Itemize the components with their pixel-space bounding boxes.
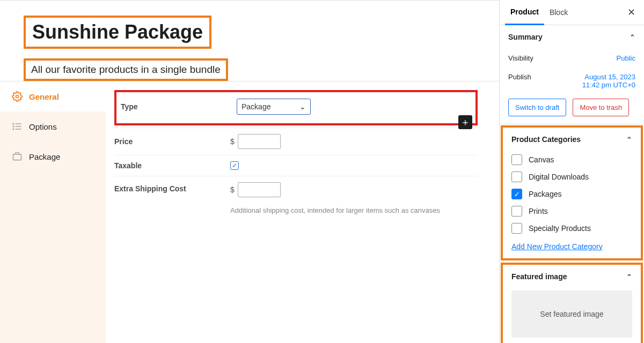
featured-panel-header[interactable]: Featured image ⌃ xyxy=(503,265,641,288)
switch-to-draft-button[interactable]: Switch to draft xyxy=(508,99,566,116)
nav-label: Package xyxy=(29,152,60,161)
type-selected-value: Package xyxy=(241,102,270,111)
taxable-label: Taxable xyxy=(114,161,230,170)
taxable-checkbox[interactable]: ✓ xyxy=(230,161,239,170)
product-subtitle[interactable]: All our favorite products in a single bu… xyxy=(31,64,221,76)
shipping-currency: $ xyxy=(230,185,235,194)
chevron-up-icon: ⌃ xyxy=(630,33,635,41)
chevron-up-icon: ⌃ xyxy=(626,136,632,144)
settings-sidebar: Product Block ✕ Summary ⌃ Visibility Pub… xyxy=(499,0,644,343)
tab-product[interactable]: Product xyxy=(505,0,544,25)
summary-panel: Summary ⌃ Visibility Public Publish Augu… xyxy=(500,25,644,124)
svg-point-5 xyxy=(13,126,14,127)
product-title-highlight: Sunshine Package xyxy=(24,16,211,49)
categories-highlight: Product Categories ⌃ Canvas Digital Down… xyxy=(501,125,643,260)
tab-block[interactable]: Block xyxy=(544,1,573,24)
summary-panel-header[interactable]: Summary ⌃ xyxy=(500,25,644,49)
category-label: Canvas xyxy=(529,155,554,164)
price-label: Price xyxy=(114,137,230,146)
category-label: Digital Downloads xyxy=(529,173,589,181)
visibility-value[interactable]: Public xyxy=(617,54,635,62)
visibility-label: Visibility xyxy=(508,54,533,62)
svg-point-6 xyxy=(13,129,14,130)
package-icon xyxy=(12,151,23,162)
svg-rect-7 xyxy=(13,154,21,160)
category-label: Prints xyxy=(529,207,548,215)
set-featured-image-button[interactable]: Set featured image xyxy=(511,290,632,338)
featured-placeholder: Set featured image xyxy=(540,310,603,318)
type-select[interactable]: Package ⌄ xyxy=(237,99,311,115)
price-currency: $ xyxy=(230,137,235,146)
category-checkbox[interactable]: ✓ xyxy=(511,189,522,199)
categories-title: Product Categories xyxy=(511,135,581,144)
nav-label: Options xyxy=(29,122,57,131)
type-row-highlight: Type Package ⌄ xyxy=(114,90,478,125)
nav-item-general[interactable]: General xyxy=(0,81,106,111)
publish-label: Publish xyxy=(508,73,531,89)
category-label: Packages xyxy=(529,190,561,198)
featured-title: Featured image xyxy=(511,272,567,281)
gear-icon xyxy=(12,91,23,102)
close-sidebar-button[interactable]: ✕ xyxy=(624,3,639,21)
category-label: Specialty Products xyxy=(529,224,591,233)
featured-image-panel: Featured image ⌃ Set featured image xyxy=(503,265,641,343)
editor-header: Sunshine Package All our favorite produc… xyxy=(0,1,499,81)
svg-point-0 xyxy=(16,95,19,98)
chevron-down-icon: ⌄ xyxy=(299,102,306,111)
summary-title: Summary xyxy=(508,33,543,41)
add-block-button[interactable]: ＋ xyxy=(458,115,472,129)
price-input[interactable] xyxy=(238,134,281,149)
general-form: Type Package ⌄ Price $ Taxable xyxy=(106,81,499,343)
type-label: Type xyxy=(121,102,237,111)
nav-item-package[interactable]: Package xyxy=(0,141,106,172)
svg-point-4 xyxy=(13,123,14,124)
nav-item-options[interactable]: Options xyxy=(0,111,106,141)
sidebar-tabs: Product Block ✕ xyxy=(500,0,644,25)
featured-image-highlight: Featured image ⌃ Set featured image xyxy=(501,263,643,343)
category-checkbox[interactable] xyxy=(511,223,522,234)
list-icon xyxy=(12,121,23,132)
category-checkbox[interactable] xyxy=(511,206,522,217)
chevron-up-icon: ⌃ xyxy=(626,273,632,281)
close-icon: ✕ xyxy=(627,7,635,18)
category-checkbox[interactable] xyxy=(511,154,522,165)
shipping-input[interactable] xyxy=(238,182,281,197)
plus-icon: ＋ xyxy=(460,116,470,129)
shipping-label: Extra Shipping Cost xyxy=(114,182,230,193)
product-subtitle-highlight: All our favorite products in a single bu… xyxy=(24,58,228,81)
product-sections-nav: General Options Package xyxy=(0,81,106,343)
product-title[interactable]: Sunshine Package xyxy=(32,21,203,43)
move-to-trash-button[interactable]: Move to trash xyxy=(573,99,629,116)
nav-label: General xyxy=(29,92,59,101)
shipping-help-text: Additional shipping cost, intended for l… xyxy=(230,206,478,214)
categories-panel-header[interactable]: Product Categories ⌃ xyxy=(503,128,641,151)
add-category-link[interactable]: Add New Product Category xyxy=(511,237,603,251)
categories-panel: Product Categories ⌃ Canvas Digital Down… xyxy=(503,128,641,258)
category-checkbox[interactable] xyxy=(511,172,522,182)
publish-value[interactable]: August 15, 2023 11:42 pm UTC+0 xyxy=(582,73,635,89)
